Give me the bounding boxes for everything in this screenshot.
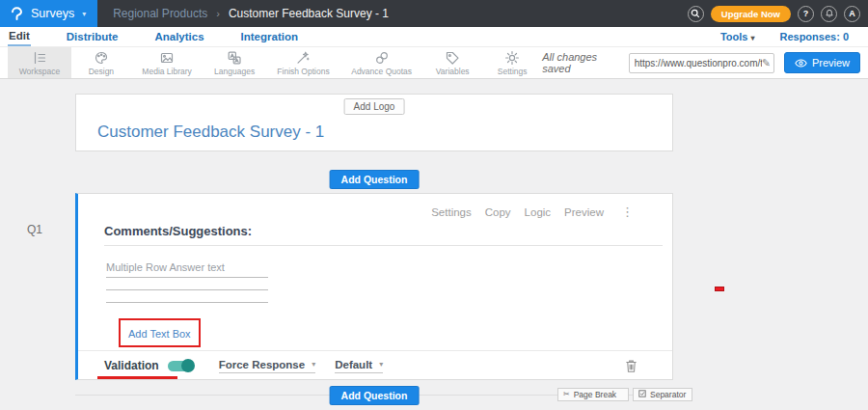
toolbar-item-variables[interactable]: Variables xyxy=(422,47,482,78)
breadcrumb-current: Customer Feedback Survey - 1 xyxy=(229,7,389,20)
survey-canvas: Add Logo Customer Feedback Survey - 1 Ad… xyxy=(0,79,868,410)
search-icon xyxy=(691,9,700,18)
magic-wand-icon xyxy=(295,50,311,66)
palette-icon xyxy=(94,50,109,66)
separator-label: Separator xyxy=(650,390,686,399)
edit-url-icon[interactable]: ✎ xyxy=(762,57,771,69)
chevron-down-icon: ▾ xyxy=(379,360,383,369)
force-response-value: Force Response xyxy=(219,359,305,370)
toolbar-item-label: Design xyxy=(89,67,114,76)
chevron-down-icon: ▾ xyxy=(82,10,86,18)
question-settings-link[interactable]: Settings xyxy=(431,206,472,218)
add-logo-button[interactable]: Add Logo xyxy=(344,98,405,115)
tag-icon xyxy=(445,50,460,66)
separator-button[interactable]: Separator xyxy=(633,388,692,401)
search-button[interactable] xyxy=(688,6,704,22)
notifications-button[interactable] xyxy=(821,6,837,22)
multi-row-answer-area: Multiple Row Answer text xyxy=(106,261,268,303)
toolbar-item-media-library[interactable]: Media Library xyxy=(131,47,203,78)
preview-label: Preview xyxy=(812,57,850,68)
add-question-button-bottom[interactable]: Add Question xyxy=(330,386,420,405)
topbar-actions: Upgrade Now ? A xyxy=(688,6,868,22)
toggle-knob xyxy=(181,359,195,372)
toolbar-item-label: Settings xyxy=(498,67,528,76)
red-dash-annotation xyxy=(715,287,724,291)
preview-button[interactable]: Preview xyxy=(784,52,860,73)
page-break-button[interactable]: ✂ Page Break xyxy=(557,388,629,401)
toolbar-item-label: Advance Quotas xyxy=(351,67,412,76)
survey-url-input[interactable] xyxy=(635,58,762,68)
toolbar-item-languages[interactable]: Languages xyxy=(203,47,266,78)
survey-url-field[interactable]: ✎ xyxy=(629,53,774,73)
save-status: All changes saved xyxy=(542,51,618,74)
question-card: Settings Copy Logic Preview ⋮ Comments/S… xyxy=(75,193,673,380)
chevron-down-icon: ▾ xyxy=(750,34,754,42)
add-textbox-highlight-annotation: Add Text Box xyxy=(119,318,201,347)
top-bar: Surveys ▾ Regional Products › Customer F… xyxy=(0,0,868,27)
toolbar-item-workspace[interactable]: Workspace xyxy=(8,47,71,78)
questionpro-logo-icon xyxy=(10,7,24,21)
surveys-product-menu[interactable]: Surveys ▾ xyxy=(0,0,97,27)
validation-label: Validation xyxy=(104,359,159,372)
nav-tab-edit[interactable]: Edit xyxy=(8,28,31,46)
editor-toolbar: Workspace Design Media Library Languages… xyxy=(0,46,868,79)
survey-title[interactable]: Customer Feedback Survey - 1 xyxy=(97,123,324,142)
page-break-label: Page Break xyxy=(574,390,616,399)
breadcrumb-folder[interactable]: Regional Products xyxy=(113,7,207,20)
chevron-down-icon: ▾ xyxy=(312,360,315,369)
toolbar-item-label: Workspace xyxy=(19,67,60,76)
eye-icon xyxy=(795,58,807,68)
toolbar-item-label: Variables xyxy=(436,67,470,76)
delete-question-button[interactable] xyxy=(625,359,637,373)
default-validation-dropdown[interactable]: Default ▾ xyxy=(335,359,383,373)
checkbox-icon xyxy=(638,390,646,399)
help-button[interactable]: ? xyxy=(798,6,814,22)
toolbar-item-label: Languages xyxy=(214,67,255,76)
responses-count[interactable]: Responses: 0 xyxy=(779,31,849,42)
question-actions: Settings Copy Logic Preview ⋮ xyxy=(431,205,634,219)
workspace-icon xyxy=(32,50,47,66)
gear-icon xyxy=(504,50,520,66)
question-logic-link[interactable]: Logic xyxy=(525,206,552,218)
validation-toggle[interactable] xyxy=(168,361,194,371)
question-divider xyxy=(104,245,663,246)
toolbar-item-design[interactable]: Design xyxy=(71,47,131,78)
more-options-icon[interactable]: ⋮ xyxy=(621,205,634,219)
tools-label: Tools xyxy=(720,31,748,42)
breadcrumb: Regional Products › Customer Feedback Su… xyxy=(113,7,389,20)
nav-tab-integration[interactable]: Integration xyxy=(240,29,299,45)
toolbar-item-label: Finish Options xyxy=(277,67,329,76)
nav-tab-distribute[interactable]: Distribute xyxy=(66,29,120,45)
question-footer: Validation Force Response ▾ Default ▾ xyxy=(104,351,637,380)
trash-icon xyxy=(625,359,637,373)
translate-icon xyxy=(227,50,242,66)
force-response-dropdown[interactable]: Force Response ▾ xyxy=(219,359,316,373)
question-text[interactable]: Comments/Suggestions: xyxy=(104,224,252,238)
product-name: Surveys xyxy=(31,7,74,20)
default-validation-value: Default xyxy=(335,359,372,370)
toolbar-item-settings[interactable]: Settings xyxy=(482,47,542,78)
main-nav: Edit Distribute Analytics Integration To… xyxy=(0,27,868,46)
add-question-button-top[interactable]: Add Question xyxy=(330,170,420,189)
tools-menu[interactable]: Tools ▾ xyxy=(720,31,755,42)
toolbar-item-advance-quotas[interactable]: Advance Quotas xyxy=(340,47,422,78)
question-copy-link[interactable]: Copy xyxy=(485,206,511,218)
answer-row-2[interactable] xyxy=(106,278,268,290)
add-text-box-link[interactable]: Add Text Box xyxy=(128,328,191,340)
answer-row-1[interactable]: Multiple Row Answer text xyxy=(106,261,268,278)
nav-tab-analytics[interactable]: Analytics xyxy=(153,29,204,45)
nav-right: Tools ▾ Responses: 0 xyxy=(720,31,860,42)
answer-row-3[interactable] xyxy=(106,290,268,303)
toolbar-item-label: Media Library xyxy=(142,67,192,76)
question-preview-link[interactable]: Preview xyxy=(564,206,604,218)
upgrade-now-button[interactable]: Upgrade Now xyxy=(711,6,791,22)
validation-underline-annotation xyxy=(97,376,177,379)
bell-icon xyxy=(825,9,834,18)
avatar[interactable]: A xyxy=(844,6,860,22)
page-break-icon: ✂ xyxy=(563,391,570,398)
toolbar-right: All changes saved ✎ Preview xyxy=(542,47,868,78)
quota-links-icon xyxy=(374,50,390,66)
toolbar-item-finish-options[interactable]: Finish Options xyxy=(266,47,340,78)
survey-header-card: Add Logo Customer Feedback Survey - 1 xyxy=(75,94,673,151)
breadcrumb-separator-icon: › xyxy=(216,8,220,19)
